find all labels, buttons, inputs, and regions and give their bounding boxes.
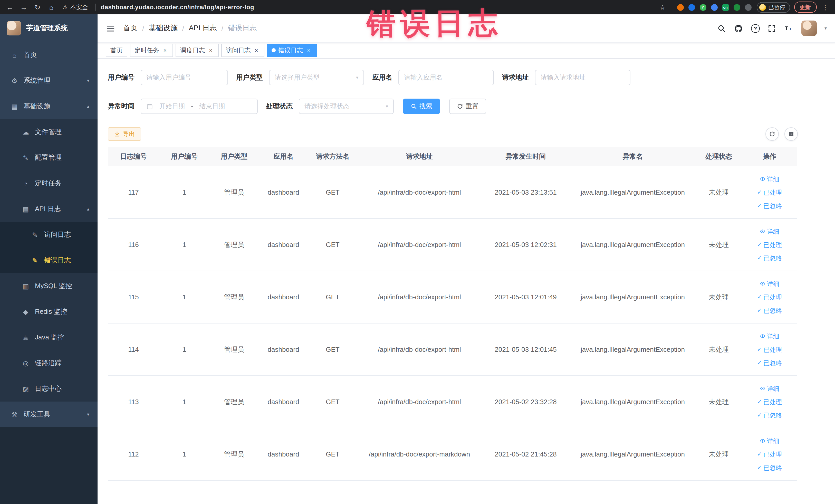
process-status-select[interactable]: 请选择处理状态 xyxy=(299,99,394,114)
sidebar-item-label: Redis 监控 xyxy=(35,307,98,316)
bookmark-star-icon[interactable] xyxy=(658,3,667,11)
search-button[interactable]: 搜索 xyxy=(403,99,440,114)
forward-icon[interactable] xyxy=(19,3,28,11)
paused-label: 已暂停 xyxy=(768,3,785,11)
processed-link[interactable]: ✓已处理 xyxy=(757,345,782,354)
user-id-input[interactable] xyxy=(141,70,228,85)
calendar-icon xyxy=(146,103,153,109)
hamburger-icon[interactable] xyxy=(106,23,116,33)
ext-blue-grid-icon[interactable] xyxy=(711,4,717,11)
ext-orange-icon[interactable] xyxy=(677,4,684,11)
security-chip[interactable]: 不安全 xyxy=(63,3,88,11)
github-icon[interactable] xyxy=(734,24,744,33)
processed-link[interactable]: ✓已处理 xyxy=(757,240,782,249)
svg-text:T: T xyxy=(789,27,792,31)
detail-link[interactable]: 详细 xyxy=(760,384,779,393)
sidebar-item-redis[interactable]: ◆Redis 监控 xyxy=(0,299,98,324)
detail-link[interactable]: 详细 xyxy=(760,227,779,236)
sidebar-item-file[interactable]: ☁文件管理 xyxy=(0,119,98,145)
app-name-input[interactable] xyxy=(399,70,494,85)
tab-error-log[interactable]: 错误日志× xyxy=(267,44,317,57)
ext-green-on-icon[interactable]: on xyxy=(722,4,729,11)
ignored-link[interactable]: ✓已忽略 xyxy=(757,410,782,420)
column-settings-button[interactable] xyxy=(784,127,797,141)
cell-actions: 详细✓已处理✓已忽略 xyxy=(742,279,797,315)
sidebar-item-access-log[interactable]: ✎访问日志 xyxy=(0,222,98,247)
sidebar-item-trace[interactable]: ◎链路追踪 xyxy=(0,350,98,376)
sidebar-item-java[interactable]: ☕Java 监控 xyxy=(0,324,98,350)
ext-blue-drop-icon[interactable] xyxy=(688,4,695,11)
sidebar-logo[interactable]: 芋道管理系统 xyxy=(0,14,98,42)
tab-schedule-log[interactable]: 调度日志× xyxy=(176,44,219,57)
help-icon[interactable] xyxy=(751,24,760,33)
chevron-down-icon[interactable] xyxy=(824,26,827,31)
user-type-select[interactable]: 请选择用户类型 xyxy=(269,70,364,85)
refresh-button[interactable] xyxy=(765,127,778,141)
breadcrumb-item-api-log[interactable]: API 日志 xyxy=(189,24,217,33)
sidebar-item-infra[interactable]: ▦基础设施▴ xyxy=(0,94,98,119)
sidebar-item-mysql[interactable]: ▥MySQL 监控 xyxy=(0,273,98,299)
ext-dark-puzzle-icon[interactable] xyxy=(745,4,751,11)
font-size-icon[interactable]: TT xyxy=(785,24,794,33)
close-icon[interactable]: × xyxy=(207,47,214,54)
close-icon[interactable]: × xyxy=(253,47,260,54)
home-icon[interactable] xyxy=(47,3,56,11)
processed-link[interactable]: ✓已处理 xyxy=(757,397,782,406)
ignored-link[interactable]: ✓已忽略 xyxy=(757,254,782,263)
breadcrumb-item-infra[interactable]: 基础设施 xyxy=(149,24,178,33)
warning-icon xyxy=(63,4,68,11)
reload-icon[interactable] xyxy=(33,3,42,11)
exception-time-range-picker[interactable]: 开始日期 - 结束日期 xyxy=(141,99,258,114)
sidebar-item-label: 访问日志 xyxy=(44,230,98,239)
detail-label: 详细 xyxy=(767,384,779,393)
sidebar-item-dev-tools[interactable]: ⚒研发工具▾ xyxy=(0,402,98,427)
processed-link[interactable]: ✓已处理 xyxy=(757,188,782,197)
ignored-link[interactable]: ✓已忽略 xyxy=(757,358,782,367)
check-icon: ✓ xyxy=(757,203,762,208)
close-icon[interactable]: × xyxy=(305,47,312,54)
processed-link[interactable]: ✓已处理 xyxy=(757,293,782,302)
fullscreen-icon[interactable] xyxy=(768,24,777,33)
top-navbar: 首页 / 基础设施 / API 日志 / 错误日志 xyxy=(98,14,835,43)
breadcrumb-item-home[interactable]: 首页 xyxy=(123,24,138,33)
diamond-icon: ◆ xyxy=(22,308,30,316)
chrome-update-button[interactable]: 更新 xyxy=(794,2,816,13)
ext-green-leaf-icon[interactable] xyxy=(733,4,740,11)
search-icon[interactable] xyxy=(717,24,727,33)
sidebar-item-error-log[interactable]: ✎错误日志 xyxy=(0,247,98,273)
tab-access-log[interactable]: 访问日志× xyxy=(221,44,264,57)
reset-button[interactable]: 重置 xyxy=(449,99,486,114)
end-date-placeholder: 结束日期 xyxy=(199,102,225,110)
processed-link-label: 已处理 xyxy=(763,293,782,302)
cell-status: 未处理 xyxy=(696,345,742,355)
cell-status: 未处理 xyxy=(696,187,742,198)
url-text[interactable]: dashboard.yudao.iocoder.cn/infra/log/api… xyxy=(101,4,254,11)
ignored-link[interactable]: ✓已忽略 xyxy=(757,306,782,315)
sidebar-item-job[interactable]: ◔定时任务 xyxy=(0,170,98,196)
request-url-input[interactable] xyxy=(535,70,630,85)
breadcrumb: 首页 / 基础设施 / API 日志 / 错误日志 xyxy=(123,24,257,33)
sidebar-item-home[interactable]: ⌂首页 xyxy=(0,42,98,68)
ext-green-y-icon[interactable]: Y xyxy=(699,4,706,11)
close-icon[interactable]: × xyxy=(162,47,168,54)
sidebar-item-api-log[interactable]: ▤API 日志▴ xyxy=(0,196,98,222)
detail-link[interactable]: 详细 xyxy=(760,331,779,341)
tab-home[interactable]: 首页 xyxy=(106,44,127,57)
sidebar-item-log-center[interactable]: ▨日志中心 xyxy=(0,376,98,402)
browser-menu-icon[interactable] xyxy=(821,3,830,11)
export-button[interactable]: 导出 xyxy=(108,127,141,141)
ignored-link[interactable]: ✓已忽略 xyxy=(757,463,782,472)
error-log-table: 日志编号用户编号用户类型应用名请求方法名请求地址异常发生时间异常名处理状态操作 … xyxy=(108,147,797,481)
detail-link[interactable]: 详细 xyxy=(760,436,779,445)
tab-timed-task[interactable]: 定时任务× xyxy=(130,44,173,57)
back-icon[interactable] xyxy=(5,3,14,11)
ignored-link[interactable]: ✓已忽略 xyxy=(757,201,782,210)
processed-link[interactable]: ✓已处理 xyxy=(757,449,782,459)
cell-user-type: 管理员 xyxy=(209,292,259,302)
profile-paused-badge[interactable]: 已暂停 xyxy=(756,2,790,13)
avatar[interactable] xyxy=(801,21,817,36)
sidebar-item-config[interactable]: ✎配置管理 xyxy=(0,145,98,170)
detail-link[interactable]: 详细 xyxy=(760,279,779,288)
sidebar-item-system[interactable]: ⚙系统管理▾ xyxy=(0,68,98,94)
detail-link[interactable]: 详细 xyxy=(760,174,779,184)
